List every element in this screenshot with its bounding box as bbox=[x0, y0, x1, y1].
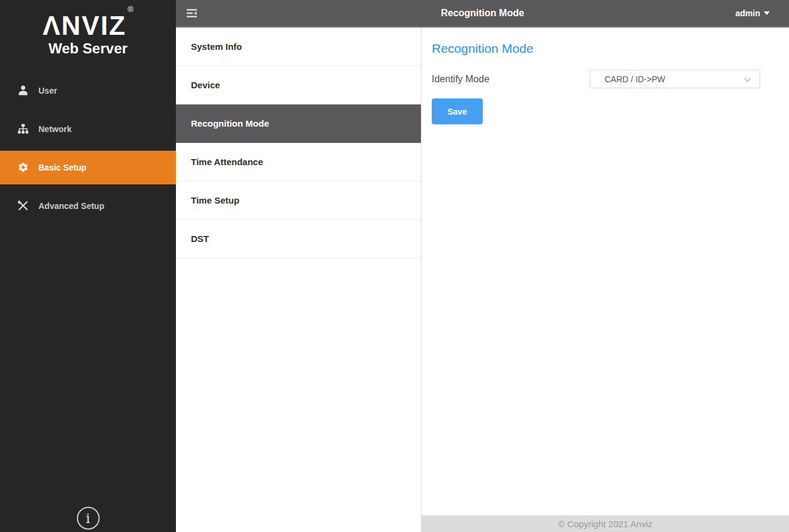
submenu: System Info Device Recognition Mode Time… bbox=[176, 28, 422, 532]
sidebar-item-label: Basic Setup bbox=[38, 163, 86, 172]
page-title: Recognition Mode bbox=[176, 8, 789, 19]
sidebar-item-advanced-setup[interactable]: Advanced Setup bbox=[0, 187, 176, 225]
logo-wordmark: ΛNVIZ bbox=[43, 11, 127, 40]
submenu-item-time-attendance[interactable]: Time Attendance bbox=[176, 143, 421, 181]
content-heading: Recognition Mode bbox=[432, 41, 779, 56]
user-icon bbox=[17, 85, 29, 97]
submenu-item-label: System Info bbox=[191, 41, 242, 52]
admin-username: admin bbox=[736, 8, 760, 18]
topbar: Recognition Mode admin bbox=[176, 0, 789, 28]
network-icon bbox=[17, 123, 29, 135]
info-icon[interactable]: i bbox=[77, 507, 100, 530]
logo: ΛNVIZ® Web Server bbox=[0, 0, 176, 57]
identify-mode-value: CARD / ID->PW bbox=[605, 74, 665, 84]
identify-mode-row: Identify Mode CARD / ID->PW bbox=[432, 70, 779, 88]
sidebar-item-label: User bbox=[38, 86, 57, 95]
copyright-footer: © Copyright 2021 Anviz bbox=[422, 515, 789, 532]
anviz-logo: ΛNVIZ® bbox=[43, 8, 133, 40]
submenu-item-dst[interactable]: DST bbox=[176, 220, 421, 258]
logo-subtitle: Web Server bbox=[0, 40, 176, 57]
submenu-item-label: Recognition Mode bbox=[191, 118, 269, 128]
gear-icon bbox=[17, 162, 29, 174]
sidebar-item-network[interactable]: Network bbox=[0, 110, 176, 148]
sidebar-item-user[interactable]: User bbox=[0, 71, 176, 110]
tools-icon bbox=[17, 200, 29, 212]
identify-mode-label: Identify Mode bbox=[432, 74, 489, 85]
sidebar-item-label: Network bbox=[38, 124, 71, 134]
sidebar-item-basic-setup[interactable]: Basic Setup bbox=[0, 151, 176, 184]
submenu-item-system-info[interactable]: System Info bbox=[176, 28, 421, 66]
submenu-item-label: Time Setup bbox=[191, 195, 240, 205]
admin-user-menu[interactable]: admin bbox=[736, 8, 770, 18]
caret-down-icon bbox=[764, 11, 770, 15]
submenu-item-recognition-mode[interactable]: Recognition Mode bbox=[176, 104, 421, 143]
save-button[interactable]: Save bbox=[432, 98, 483, 124]
left-sidebar: ΛNVIZ® Web Server User Network bbox=[0, 0, 176, 532]
main-menu: User Network Basic Setup bbox=[0, 71, 176, 225]
identify-mode-select[interactable]: CARD / ID->PW bbox=[590, 70, 760, 88]
chevron-down-icon bbox=[743, 74, 751, 82]
submenu-item-label: DST bbox=[191, 234, 209, 244]
submenu-item-label: Device bbox=[191, 80, 220, 90]
main-content: Recognition Mode Identify Mode CARD / ID… bbox=[422, 28, 789, 532]
submenu-item-device[interactable]: Device bbox=[176, 66, 421, 104]
registered-mark: ® bbox=[127, 5, 135, 14]
submenu-item-time-setup[interactable]: Time Setup bbox=[176, 181, 421, 220]
sidebar-item-label: Advanced Setup bbox=[38, 201, 104, 211]
submenu-item-label: Time Attendance bbox=[191, 157, 263, 167]
